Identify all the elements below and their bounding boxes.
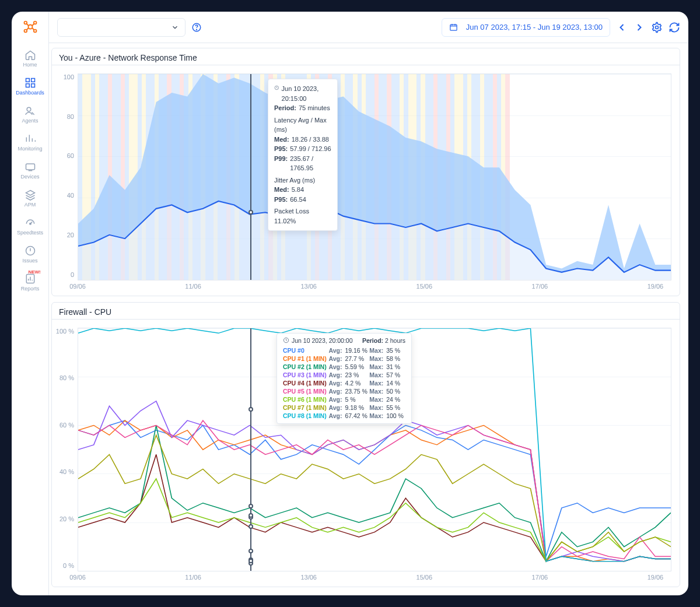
nav-label: Home	[23, 62, 37, 68]
yaxis: 100 %80 %60 %40 %20 %0 %	[52, 320, 78, 587]
devices-icon	[24, 161, 36, 173]
time-next-button[interactable]	[634, 22, 645, 33]
nav-label: Devices	[20, 174, 39, 180]
svg-point-17	[656, 26, 659, 29]
dashboard-select[interactable]	[57, 18, 186, 37]
svg-rect-10	[26, 164, 34, 170]
nav-apm[interactable]: APM	[16, 184, 44, 212]
panel-network-response: You - Azure - Network Response Time 1008…	[51, 48, 680, 296]
speed-icon	[24, 217, 36, 229]
nav-label: Monitoring	[18, 146, 42, 152]
dash-icon	[24, 77, 36, 89]
time-prev-button[interactable]	[616, 22, 628, 33]
chart-tooltip: Jun 10 2023, 20:15:00 Period:75 minutes …	[268, 79, 338, 231]
nav-label: Issues	[22, 258, 37, 264]
panels: You - Azure - Network Response Time 1008…	[49, 43, 688, 595]
chart-tooltip: Jun 10 2023, 20:00:00 Period: 2 hours CP…	[276, 333, 412, 424]
panel-title: You - Azure - Network Response Time	[52, 48, 680, 65]
sidebar: HomeDashboardsAgentsMonitoringDevicesAPM…	[12, 12, 49, 595]
svg-rect-7	[26, 84, 29, 87]
svg-rect-6	[31, 79, 34, 82]
time-range-label: Jun 07 2023, 17:15 - Jun 19 2023, 13:00	[466, 23, 603, 31]
chart-canvas-cpu[interactable]: Jun 10 2023, 20:00:00 Period: 2 hours CP…	[78, 328, 671, 571]
nav-label: Agents	[22, 118, 38, 124]
panel-firewall-cpu: Firewall - CPU 100 %80 %60 %40 %20 %0 %	[51, 302, 680, 587]
nav-badge: NEW!	[28, 269, 40, 275]
svg-point-1	[24, 22, 27, 24]
nav-issues[interactable]: Issues	[16, 240, 44, 268]
main-area: Jun 07 2023, 17:15 - Jun 19 2023, 13:00 …	[49, 12, 688, 595]
panel-title: Firewall - CPU	[52, 303, 680, 320]
time-range-picker[interactable]: Jun 07 2023, 17:15 - Jun 19 2023, 13:00	[442, 18, 610, 37]
svg-point-2	[33, 22, 36, 24]
nav-label: Speedtests	[17, 230, 43, 236]
svg-rect-16	[450, 24, 457, 30]
nav-reports[interactable]: ReportsNEW!	[16, 268, 44, 296]
chart-canvas-network[interactable]: Jun 10 2023, 20:15:00 Period:75 minutes …	[78, 73, 671, 280]
xaxis: 09/0611/0613/0615/0617/0619/06	[78, 280, 671, 293]
svg-point-15	[197, 29, 197, 30]
svg-point-4	[33, 30, 36, 33]
yaxis: 100806040200	[52, 65, 78, 296]
agents-icon	[24, 105, 36, 117]
app-frame: HomeDashboardsAgentsMonitoringDevicesAPM…	[12, 12, 688, 595]
nav-agents[interactable]: Agents	[16, 100, 44, 128]
issues-icon	[24, 245, 36, 257]
xaxis: 09/0611/0613/0615/0617/0619/06	[78, 571, 671, 584]
nav-dash[interactable]: Dashboards	[16, 72, 44, 100]
svg-rect-5	[26, 79, 29, 82]
nav-devices[interactable]: Devices	[16, 156, 44, 184]
nav-monitor[interactable]: Monitoring	[16, 128, 44, 156]
app-logo	[21, 17, 40, 36]
nav-home[interactable]: Home	[16, 44, 44, 72]
refresh-icon[interactable]	[668, 22, 680, 33]
nav-speed[interactable]: Speedtests	[16, 212, 44, 240]
monitor-icon	[24, 133, 36, 145]
apm-icon	[24, 189, 36, 201]
calendar-icon	[449, 23, 458, 31]
home-icon	[24, 49, 36, 61]
svg-point-11	[29, 223, 31, 224]
nav-label: Dashboards	[16, 90, 44, 96]
nav-label: Reports	[21, 286, 40, 292]
topbar: Jun 07 2023, 17:15 - Jun 19 2023, 13:00	[49, 12, 688, 43]
svg-rect-8	[31, 84, 34, 87]
svg-point-9	[27, 107, 31, 111]
svg-point-3	[24, 30, 27, 33]
help-icon[interactable]	[191, 22, 202, 33]
settings-icon[interactable]	[651, 22, 663, 33]
reports-icon	[24, 273, 36, 285]
nav-label: APM	[24, 202, 36, 208]
